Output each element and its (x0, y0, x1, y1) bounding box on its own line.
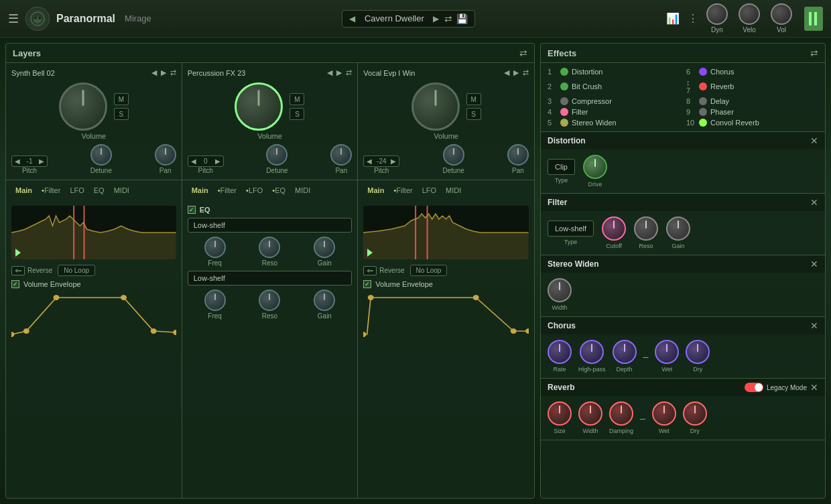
layer-2-eq1-freq-knob[interactable] (204, 237, 226, 258)
layer-1-pitch-prev[interactable]: ◀ (15, 158, 20, 165)
effect-item-distortion[interactable]: 1 Distortion (548, 67, 680, 76)
reverb-dry-knob[interactable] (683, 401, 707, 426)
layer-3-pitch-prev[interactable]: ◀ (367, 158, 372, 165)
tab-layer1-main[interactable]: Main (11, 184, 36, 197)
filter-cutoff-knob[interactable] (602, 216, 626, 241)
layer-2-eq2-freq-knob[interactable] (204, 290, 226, 311)
layer-1-pitch-next[interactable]: ▶ (39, 158, 44, 165)
reverb-wet-knob[interactable] (652, 401, 676, 426)
layer-2-pitch-prev[interactable]: ◀ (191, 158, 196, 165)
tab-layer2-main[interactable]: Main (188, 184, 212, 197)
layer-1-detune-knob[interactable] (90, 144, 112, 166)
layer-3-next[interactable]: ▶ (513, 68, 519, 77)
layer-3-pan-knob[interactable] (507, 144, 529, 166)
chorus-close-icon[interactable]: ✕ (810, 320, 818, 331)
vol-knob[interactable]: Vol (771, 3, 792, 34)
layer-1-solo-button[interactable]: S (114, 108, 129, 120)
effect-item-chorus[interactable]: 6 Chorus (686, 67, 818, 76)
tab-layer1-lfo[interactable]: LFO (66, 184, 88, 197)
analyzer-button[interactable]: 📊 (666, 12, 680, 25)
layer-1-prev[interactable]: ◀ (151, 68, 157, 77)
layer-2-eq-type-1[interactable]: Low-shelf (188, 218, 353, 233)
preset-next-arrow[interactable]: ▶ (433, 14, 439, 23)
layer-2-detune-knob[interactable] (266, 144, 287, 166)
filter-reso-knob[interactable] (634, 216, 658, 241)
layer-1-next[interactable]: ▶ (161, 68, 166, 77)
hamburger-icon[interactable]: ☰ (8, 11, 19, 26)
layer-2-eq-type-2[interactable]: Low-shelf (188, 271, 353, 286)
tab-layer3-midi[interactable]: MIDI (442, 184, 465, 197)
chorus-dry-knob[interactable] (686, 340, 710, 364)
tab-layer3-main[interactable]: Main (363, 184, 388, 197)
layer-3-detune-knob[interactable] (443, 144, 464, 166)
layer-3-pitch-stepper[interactable]: ◀ -24 ▶ (363, 155, 399, 167)
layer-2-eq2-gain-knob[interactable] (314, 290, 335, 311)
layer-3-pitch-next[interactable]: ▶ (391, 158, 396, 165)
tab-layer3-lfo[interactable]: LFO (418, 184, 440, 197)
layer-1-reverse-button[interactable]: Reverse (11, 266, 52, 275)
dyn-knob[interactable]: Dyn (706, 3, 728, 34)
filter-close-icon[interactable]: ✕ (810, 197, 818, 208)
layer-2-pitch-stepper[interactable]: ◀ 0 ▶ (188, 155, 224, 167)
distortion-close-icon[interactable]: ✕ (810, 135, 818, 146)
effect-item-delay[interactable]: 8 Delay (686, 97, 818, 106)
layer-2-eq1-gain-knob[interactable] (314, 237, 335, 258)
layer-1-loop-button[interactable]: No Loop (58, 265, 95, 276)
layer-3-shuffle[interactable]: ⇄ (523, 68, 529, 77)
layer-2-eq1-reso-knob[interactable] (259, 237, 280, 258)
reverb-size-knob[interactable] (548, 401, 572, 426)
layer-3-volume-knob[interactable] (411, 82, 460, 131)
stereowiden-close-icon[interactable]: ✕ (810, 259, 818, 269)
tab-layer2-midi[interactable]: MIDI (291, 184, 314, 197)
layer-2-volume-knob[interactable] (235, 82, 283, 131)
layer-3-reverse-button[interactable]: Reverse (363, 266, 404, 275)
tab-layer1-filter[interactable]: •Filter (38, 184, 64, 197)
effect-item-reverb[interactable]: ↕ 7 Reverb (686, 78, 818, 95)
layer-2-eq-checkbox[interactable]: ✓ (188, 206, 196, 214)
layer-2-pitch-next[interactable]: ▶ (215, 158, 220, 165)
layer-2-prev[interactable]: ◀ (327, 68, 332, 77)
menu-icon[interactable]: ⋮ (688, 12, 698, 25)
filter-type-box[interactable]: Low-shelf (548, 220, 594, 237)
save-icon[interactable]: 💾 (456, 13, 468, 24)
chorus-wet-knob[interactable] (655, 340, 679, 364)
play-button[interactable] (804, 7, 823, 31)
layer-2-next[interactable]: ▶ (336, 68, 342, 77)
tab-layer1-midi[interactable]: MIDI (110, 184, 133, 197)
tab-layer1-eq[interactable]: EQ (90, 184, 109, 197)
layer-1-mute-button[interactable]: M (114, 93, 129, 105)
tab-layer2-filter[interactable]: •Filter (214, 184, 241, 197)
tab-layer2-lfo[interactable]: •LFO (242, 184, 267, 197)
layer-3-prev[interactable]: ◀ (504, 68, 509, 77)
chorus-highpass-knob[interactable] (580, 340, 604, 364)
random-icon[interactable]: ⇄ (444, 13, 452, 24)
layer-2-eq2-reso-knob[interactable] (259, 290, 280, 311)
layer-2-shuffle[interactable]: ⇄ (346, 68, 352, 77)
layer-1-volume-knob[interactable] (59, 82, 107, 131)
effect-item-filter[interactable]: 4 Filter (548, 107, 680, 117)
layer-3-loop-button[interactable]: No Loop (410, 265, 448, 276)
reverb-width-knob[interactable] (578, 401, 602, 426)
effect-item-phaser[interactable]: 9 Phaser (686, 107, 818, 117)
effects-shuffle-icon[interactable]: ⇄ (810, 48, 818, 58)
layer-1-pitch-stepper[interactable]: ◀ -1 ▶ (11, 155, 48, 167)
distortion-drive-knob[interactable] (583, 155, 607, 179)
layers-shuffle-icon[interactable]: ⇄ (519, 48, 527, 58)
layer-3-solo-button[interactable]: S (466, 108, 481, 120)
chorus-rate-knob[interactable] (548, 340, 572, 364)
layer-3-mute-button[interactable]: M (466, 93, 481, 105)
layer-1-pan-knob[interactable] (155, 144, 176, 166)
tab-layer3-filter[interactable]: •Filter (389, 184, 416, 197)
layer-2-solo-button[interactable]: S (290, 108, 304, 120)
layer-3-vol-env-checkbox[interactable]: ✓ (363, 280, 371, 288)
tab-layer2-eq[interactable]: •EQ (268, 184, 290, 197)
layer-1-shuffle[interactable]: ⇄ (170, 68, 176, 77)
velo-knob[interactable]: Velo (739, 3, 760, 34)
chorus-depth-knob[interactable] (613, 340, 637, 364)
effect-item-compressor[interactable]: 3 Compressor (548, 97, 680, 106)
filter-gain-knob[interactable] (666, 216, 690, 241)
effect-item-stereowiden[interactable]: 5 Stereo Widen (548, 118, 680, 127)
stereowiden-width-knob[interactable] (548, 278, 572, 302)
layer-1-vol-env-checkbox[interactable]: ✓ (11, 280, 19, 288)
effect-item-bitcrush[interactable]: 2 Bit Crush (548, 78, 680, 95)
